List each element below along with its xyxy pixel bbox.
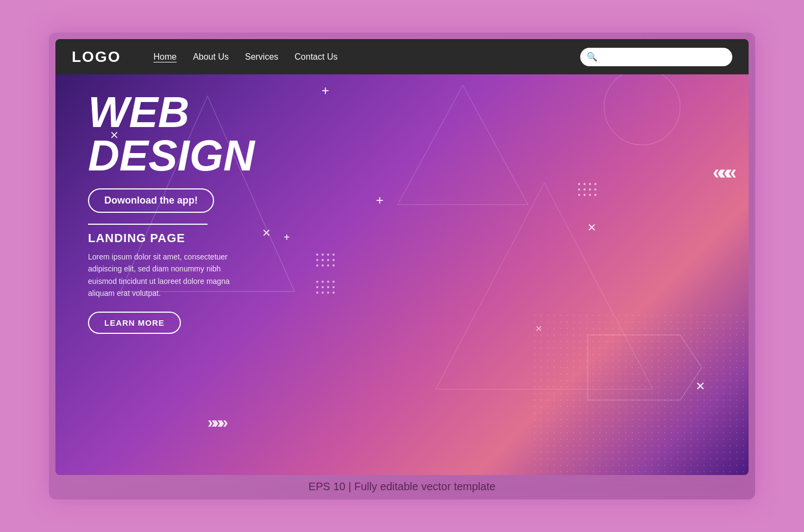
plus-deco-1: +	[322, 84, 329, 97]
bottom-caption-area: EPS 10 | Fully editable vector template	[55, 475, 749, 493]
nav-link-home[interactable]: Home	[153, 52, 177, 62]
plus-deco-2: +	[376, 194, 384, 207]
nav-link-services[interactable]: Services	[245, 52, 278, 62]
dot-grid-1	[578, 183, 596, 196]
hero-description: Lorem ipsum dolor sit amet, consectetuer…	[88, 251, 240, 300]
search-icon: 🔍	[587, 52, 598, 62]
dot-grid-2	[316, 254, 335, 267]
browser-window: LOGO Home About Us Services Contact Us 🔍	[55, 39, 749, 475]
x-deco-3: ✕	[587, 221, 596, 234]
logo: LOGO	[72, 48, 121, 66]
nav-link-about[interactable]: About Us	[193, 52, 229, 62]
divider-line	[88, 224, 208, 225]
hero-section: + + + ✕ ✕ ✕ ✕ ✕	[55, 74, 749, 475]
halftone-pattern	[531, 312, 749, 475]
svg-point-4	[604, 74, 680, 145]
chevrons-left: «««	[713, 161, 732, 184]
learn-more-button[interactable]: LEARN MORE	[88, 312, 181, 334]
nav-links: Home About Us Services Contact Us	[153, 52, 558, 62]
bottom-caption: EPS 10 | Fully editable vector template	[309, 480, 495, 492]
hero-title: WEB DESIGN	[88, 91, 316, 178]
svg-marker-1	[398, 85, 528, 205]
landing-label: LANDING PAGE	[88, 231, 316, 245]
navbar: LOGO Home About Us Services Contact Us 🔍	[55, 39, 749, 74]
hero-content: WEB DESIGN Dowonload the app! LANDING PA…	[88, 91, 316, 334]
chevrons-right: »»»	[208, 413, 225, 432]
download-button[interactable]: Dowonload the app!	[88, 188, 214, 213]
search-bar[interactable]: 🔍	[580, 48, 732, 66]
nav-link-contact[interactable]: Contact Us	[294, 52, 337, 62]
dot-grid-3	[316, 281, 335, 294]
outer-wrapper: LOGO Home About Us Services Contact Us 🔍	[49, 33, 755, 499]
